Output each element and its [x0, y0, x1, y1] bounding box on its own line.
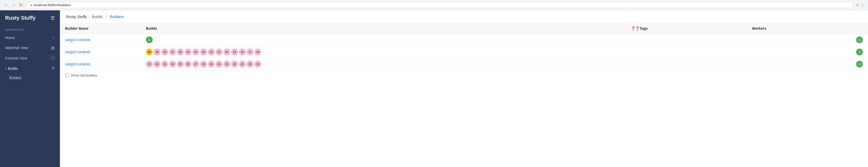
table-row: cargo2-runtests3029282726252423222120191… [60, 46, 868, 58]
th-workers: Workers [747, 23, 868, 34]
star-icon[interactable]: ☆ [856, 3, 859, 7]
build-badge[interactable]: 32 [154, 61, 160, 67]
build-badge[interactable]: 17 [247, 49, 253, 55]
build-badge[interactable]: 28 [185, 61, 191, 67]
tags-cell [626, 58, 747, 70]
builder-link[interactable]: cargo1-runtests [65, 38, 90, 42]
nav-buttons: ← → ↻ [3, 2, 24, 8]
build-badge[interactable]: 18 [239, 49, 246, 55]
build-badge[interactable]: 23 [223, 61, 230, 67]
build-badge[interactable]: 33 [146, 61, 153, 67]
build-badge[interactable]: 20 [247, 61, 253, 67]
show-old-label[interactable]: Show old builders [65, 74, 863, 77]
build-badge[interactable]: 26 [200, 61, 207, 67]
sidebar-item-console-label: Console View [5, 56, 27, 60]
sidebar-item-builders[interactable]: Builders [0, 74, 60, 81]
build-badge[interactable]: 16 [254, 49, 261, 55]
build-badge[interactable]: 23 [200, 49, 207, 55]
main-content: Rusty Stuffy / Builds / Builders Builder… [60, 10, 868, 167]
builds-arrow-icon: › [5, 66, 6, 71]
builder-name-cell: cargo1-runtests [60, 34, 141, 46]
workers-cell: 1 [747, 46, 868, 58]
build-badge[interactable]: 27 [169, 49, 176, 55]
table-header-row: Builder Name Builds ❓❓Tags Workers [60, 23, 868, 34]
workers-cell: 1 [747, 58, 868, 70]
worker-badge[interactable]: 1 [856, 49, 863, 55]
browser-actions: ☆ ⋮ [856, 3, 865, 7]
sidebar-header: Rusty Stuffy ☰ [0, 10, 60, 26]
show-old-text: Show old builders [71, 74, 97, 77]
build-badge[interactable]: 19 [231, 49, 238, 55]
header-builds-link[interactable]: Builds [92, 15, 102, 19]
app-container: Rusty Stuffy ☰ NAVIGATION Home ⌂ Waterfa… [0, 10, 868, 167]
refresh-button[interactable]: ↻ [18, 2, 24, 8]
builder-name-cell: cargo3-runtests [60, 58, 141, 70]
build-badge[interactable]: 25 [185, 49, 191, 55]
tags-cell [626, 46, 747, 58]
build-badge[interactable]: 28 [161, 49, 168, 55]
menu-icon[interactable]: ⋮ [861, 3, 865, 7]
hamburger-button[interactable]: ☰ [51, 15, 55, 21]
header-sep: / [89, 15, 90, 19]
sidebar-item-home-label: Home [5, 36, 15, 40]
build-badge[interactable]: 30 [169, 61, 176, 67]
show-old-row: Show old builders [60, 70, 868, 80]
show-old-checkbox[interactable] [65, 74, 69, 77]
build-badge[interactable]: 30 [146, 49, 153, 55]
build-badge[interactable]: 29 [177, 61, 184, 67]
builds-cell: 1 [141, 34, 626, 46]
build-badge[interactable]: 21 [239, 61, 246, 67]
th-tags: ❓❓Tags [626, 23, 747, 34]
gear-icon: ⚒ [51, 66, 55, 71]
build-badge[interactable]: 1 [146, 36, 153, 43]
builders-table: Builder Name Builds ❓❓Tags Workers cargo… [60, 23, 868, 70]
sidebar-item-console[interactable]: Console View ⓘ [0, 53, 60, 63]
build-badge[interactable]: 31 [161, 61, 168, 67]
build-badge[interactable]: 19 [254, 61, 261, 67]
builder-link[interactable]: cargo3-runtests [65, 62, 90, 66]
address-bar[interactable]: ● localhost:8080/#/builders [26, 2, 853, 8]
build-badge[interactable]: 29 [154, 49, 160, 55]
waterfall-icon: ▦ [51, 45, 55, 50]
back-button[interactable]: ← [3, 2, 9, 8]
build-badge[interactable]: 24 [216, 61, 222, 67]
sidebar-item-home[interactable]: Home ⌂ [0, 33, 60, 43]
console-icon: ⓘ [51, 55, 55, 61]
build-badge[interactable]: 25 [208, 61, 215, 67]
build-badge[interactable]: 20 [223, 49, 230, 55]
build-badge[interactable]: 22 [208, 49, 215, 55]
tags-cell [626, 34, 747, 46]
th-builder-name: Builder Name [60, 23, 141, 34]
sidebar-item-builds[interactable]: › Builds ⚒ [0, 63, 60, 74]
builder-name-cell: cargo2-runtests [60, 46, 141, 58]
sidebar-title: Rusty Stuffy [5, 15, 36, 21]
show-old-table: Show old builders [60, 70, 868, 80]
builds-cell: 333231302928272625242322212019 [141, 58, 626, 70]
nav-section-label: NAVIGATION [0, 26, 60, 33]
build-badge[interactable]: 21 [216, 49, 222, 55]
worker-badge[interactable]: 1 [856, 61, 863, 67]
sidebar-item-waterfall[interactable]: Waterfall View ▦ [0, 43, 60, 53]
sidebar-item-waterfall-label: Waterfall View [5, 46, 28, 50]
worker-badge[interactable]: 1 [856, 36, 863, 43]
header-site-name: Rusty Stuffy [66, 15, 87, 19]
header-slash: / [106, 15, 107, 19]
header-builders-link[interactable]: Builders [110, 15, 124, 19]
builder-link[interactable]: cargo2-runtests [65, 50, 90, 54]
content-header: Rusty Stuffy / Builds / Builders [60, 10, 868, 23]
sidebar-item-builds-label: Builds [8, 66, 18, 71]
table-row: cargo3-runtests3332313029282726252423222… [60, 58, 868, 70]
home-icon: ⌂ [52, 35, 55, 40]
url-text: localhost:8080/#/builders [34, 3, 71, 7]
builds-cell: 302928272625242322212019181716 [141, 46, 626, 58]
th-builds: Builds [141, 23, 626, 34]
forward-button[interactable]: → [10, 2, 17, 8]
build-badge[interactable]: 24 [192, 49, 199, 55]
workers-cell: 1 [747, 34, 868, 46]
question-icon: ❓ [631, 26, 635, 30]
build-badge[interactable]: 27 [192, 61, 199, 67]
table-row: cargo1-runtests11 [60, 34, 868, 46]
build-badge[interactable]: 26 [177, 49, 184, 55]
sidebar: Rusty Stuffy ☰ NAVIGATION Home ⌂ Waterfa… [0, 10, 60, 167]
build-badge[interactable]: 22 [231, 61, 238, 67]
